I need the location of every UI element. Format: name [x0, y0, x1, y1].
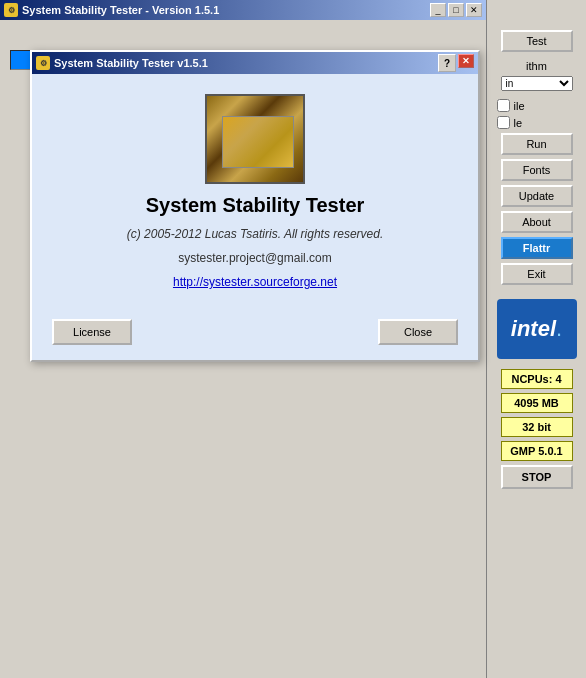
dialog-footer: License Close [32, 309, 478, 360]
dialog-close-icon[interactable]: ✕ [458, 54, 474, 68]
file-option-2: le [497, 116, 577, 129]
minimize-button[interactable]: _ [430, 3, 446, 17]
dialog-title-buttons: ? ✕ [438, 54, 474, 72]
bits-badge: 32 bit [501, 417, 573, 437]
main-window-controls: _ □ ✕ [430, 3, 482, 17]
stop-button[interactable]: STOP [501, 465, 573, 489]
file-label-1: ile [514, 100, 525, 112]
about-button[interactable]: About [501, 211, 573, 233]
intel-logo: intel . [497, 299, 577, 359]
dialog-body: System Stability Tester (c) 2005-2012 Lu… [32, 74, 478, 309]
website-link[interactable]: http://systester.sourceforge.net [173, 275, 337, 289]
ncpus-badge: NCPUs: 4 [501, 369, 573, 389]
intel-text: intel [511, 316, 556, 342]
app-icon: ⚙ [4, 3, 18, 17]
fonts-button[interactable]: Fonts [501, 159, 573, 181]
memory-badge: 4095 MB [501, 393, 573, 413]
file-label-2: le [514, 117, 523, 129]
gmp-badge: GMP 5.0.1 [501, 441, 573, 461]
test-button[interactable]: Test [501, 30, 573, 52]
email-text: systester.project@gmail.com [178, 251, 332, 265]
dialog-container: ⚙ System Stability Tester v1.5.1 ? ✕ Sys… [30, 50, 480, 362]
dialog-app-title: System Stability Tester [146, 194, 365, 217]
algorithm-select[interactable]: in [501, 76, 573, 91]
main-window-title: System Stability Tester - Version 1.5.1 [22, 4, 430, 16]
maximize-button[interactable]: □ [448, 3, 464, 17]
about-dialog: ⚙ System Stability Tester v1.5.1 ? ✕ Sys… [30, 50, 480, 362]
main-titlebar: ⚙ System Stability Tester - Version 1.5.… [0, 0, 486, 20]
run-button[interactable]: Run [501, 133, 573, 155]
file-checkbox-2[interactable] [497, 116, 510, 129]
dialog-titlebar: ⚙ System Stability Tester v1.5.1 ? ✕ [32, 52, 478, 74]
intel-dot: . [556, 316, 562, 342]
dialog-icon: ⚙ [36, 56, 50, 70]
cpu-chip-image [205, 94, 305, 184]
dialog-title: System Stability Tester v1.5.1 [54, 57, 438, 69]
license-button[interactable]: License [52, 319, 132, 345]
exit-button[interactable]: Exit [501, 263, 573, 285]
update-button[interactable]: Update [501, 185, 573, 207]
main-window: ⚙ System Stability Tester - Version 1.5.… [0, 0, 586, 678]
close-button[interactable]: ✕ [466, 3, 482, 17]
close-dialog-button[interactable]: Close [378, 319, 458, 345]
flattr-button[interactable]: Flattr [501, 237, 573, 259]
copyright-text: (c) 2005-2012 Lucas Tsatiris. All rights… [127, 227, 384, 241]
file-checkbox-1[interactable] [497, 99, 510, 112]
help-button[interactable]: ? [438, 54, 456, 72]
sidebar: Test ithm in ile le Run Fonts Update Abo… [486, 0, 586, 678]
file-option-1: ile [497, 99, 577, 112]
algorithm-label: ithm [526, 60, 547, 72]
